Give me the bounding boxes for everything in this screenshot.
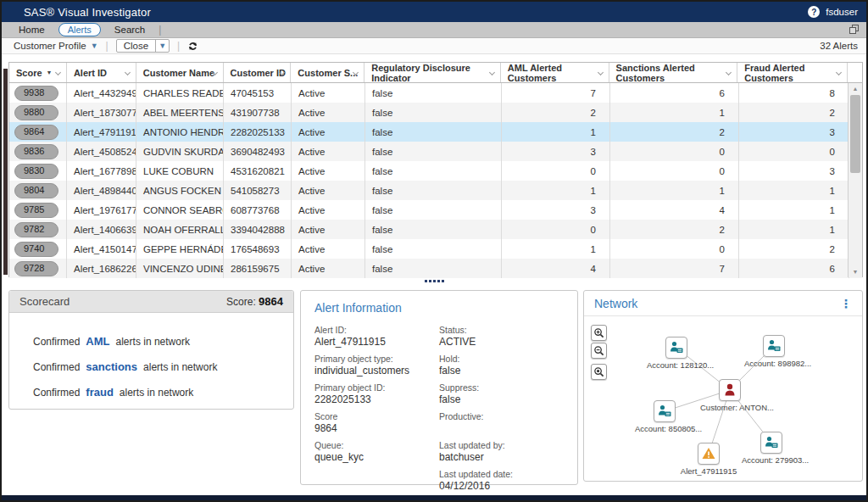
close-button-label[interactable]: Close [117,40,155,52]
cell-regulatory: false [365,259,502,278]
field-label: Suppress: [439,382,575,393]
field-label: Last updated date: [439,469,575,480]
field-label: Queue: [314,440,437,451]
current-user[interactable]: fsduser [826,7,858,17]
cell-regulatory: false [365,142,502,161]
cell-alert-id: Alert_18730775 [67,103,136,122]
table-row[interactable]: 9830 Alert_16778987 LUKE COBURN 45316208… [9,161,862,181]
field-label: Score [314,411,437,422]
tab-alerts[interactable]: Alerts [58,23,101,36]
alert-count: 32 Alerts [820,41,858,51]
network-node-account-2[interactable]: Account: 898982... [744,335,804,368]
cell-customer-name: CONNOR SEABROOK [136,200,224,220]
cell-sanctions: 4 [610,200,739,220]
cell-customer-name: GUDVIN SKURDAL [136,142,224,161]
alerts-table: Score▼ Alert ID Customer Name Customer I… [8,62,863,277]
table-row[interactable]: 9804 Alert_48984404 ANGUS FOCKEN 5410582… [9,181,862,200]
table-row[interactable]: 9740 Alert_41501475 GEPPE HERNÁDEZ 17654… [9,239,862,259]
cell-regulatory: false [365,181,502,200]
table-scrollbar[interactable]: ▲ ▼ [848,83,862,277]
tab-search[interactable]: Search [114,25,145,35]
score-pill: 9830 [14,164,58,179]
windows-icon[interactable] [849,25,860,34]
scorecard-item-link[interactable]: AML [86,335,109,348]
column-menu-icon[interactable] [125,70,131,75]
network-node-account-3[interactable]: Account: 850805... [635,400,694,433]
cell-score: 9938 [9,83,67,103]
close-split-button[interactable]: Close ▼ [116,39,170,53]
scorecard-items: Confirmed AML alerts in network Confirme… [9,313,293,399]
cell-alert-id: Alert_16862268 [67,259,136,278]
scorecard-item: Confirmed sanctions alerts in network [33,360,293,373]
scorecard-item-link[interactable]: fraud [86,386,114,399]
node-label: Alert_47911915 [679,466,738,476]
zoom-out-button[interactable] [591,343,607,359]
column-menu-icon[interactable] [55,70,61,75]
column-header-regulatory[interactable]: Regulatory Disclosure Indicator [364,63,501,82]
cell-customer-name: CHARLES READE [136,83,224,103]
cell-aml: 1 [502,122,610,142]
column-header-aml[interactable]: AML Alerted Customers [501,63,609,82]
score-pill: 9785 [14,203,58,218]
cell-customer-name: VINCENZO UDINESE [136,259,224,278]
window-bottom-strip [2,495,866,500]
field-value: false [439,365,575,376]
column-header-fraud[interactable]: Fraud Alerted Customers [737,63,848,82]
zoom-fit-button[interactable] [591,364,607,380]
network-canvas[interactable]: Account: 128120... Account: 898982... Cu… [584,316,862,481]
cell-alert-id: Alert_19761777 [67,200,136,220]
scroll-up-icon[interactable]: ▲ [849,86,862,92]
pane-splitter[interactable] [2,276,866,285]
field-label: Alert ID: [314,325,437,336]
node-label: Customer: ANTON... [700,403,760,412]
field-label: Hold: [439,354,575,365]
tab-home[interactable]: Home [19,25,45,35]
table-row[interactable]: 9836 Alert_45085241 GUDVIN SKURDAL 36904… [9,142,862,161]
kebab-menu-icon[interactable]: ⋮ [840,298,852,310]
node-label: Account: 898982... [744,359,804,368]
cell-customer-id: 3394042888 [224,220,292,239]
cell-alert-id: Alert_47911915 [67,122,136,142]
column-header-sanctions[interactable]: Sanctions Alerted Customers [609,63,738,82]
column-header-customer-id[interactable]: Customer ID [224,63,292,82]
table-row[interactable]: 9782 Alert_14066391 NOAH OFERRALL 339404… [9,220,862,239]
column-header-customer-status[interactable]: Customer S... [291,63,364,82]
table-row[interactable]: 9938 Alert_44329495 CHARLES READE 470451… [9,83,862,103]
scorecard-item-suffix: alerts in network [143,361,217,373]
refresh-button[interactable] [187,41,198,52]
network-node-customer[interactable]: Customer: ANTON... [700,379,760,412]
network-header: Network ⋮ [584,291,862,316]
cell-score: 9830 [9,161,67,181]
alert-warning-icon [701,446,716,461]
cell-regulatory: false [365,220,502,239]
field-label: Productive: [439,411,575,422]
table-row[interactable]: 9785 Alert_19761777 CONNOR SEABROOK 6087… [9,200,862,220]
help-icon[interactable]: ? [808,6,820,18]
cell-score: 9782 [9,220,67,239]
table-row[interactable]: 9864 Alert_47911915 ANTONIO HENDRICK 228… [9,122,862,142]
column-header-alert-id[interactable]: Alert ID [67,63,136,82]
zoom-in-button[interactable] [591,325,607,341]
network-title: Network [594,297,637,310]
column-header-score[interactable]: Score▼ [9,63,67,82]
cell-regulatory: false [365,122,502,142]
network-node-account-4[interactable]: Account: 279903... [742,432,801,465]
score-pill: 9782 [14,222,58,237]
score-pill: 9740 [14,242,58,257]
cell-fraud: 6 [739,259,849,278]
network-node-account-1[interactable]: Account: 128120... [647,337,706,370]
table-row[interactable]: 9728 Alert_16862268 VINCENZO UDINESE 286… [9,259,862,278]
scroll-down-icon[interactable]: ▼ [849,269,862,275]
network-node-alert[interactable]: Alert_47911915 [679,443,738,476]
cell-aml: 3 [502,200,610,220]
table-row[interactable]: 9880 Alert_18730775 ABEL MEERTENS 431907… [9,103,862,122]
cell-customer-status: Active [292,239,365,259]
close-menu-arrow[interactable]: ▼ [155,40,169,52]
entity-type-dropdown[interactable]: Customer Profile ▼ [14,41,98,51]
alert-information-panel: Alert Information Alert ID: Alert_479119… [300,290,578,485]
scorecard-item-link[interactable]: sanctions [86,360,137,373]
scrollbar-thumb[interactable] [850,95,860,173]
cell-customer-name: ANTONIO HENDRICK [136,122,224,142]
column-header-customer-name[interactable]: Customer Name [136,63,224,82]
field-label: Status: [439,325,575,336]
